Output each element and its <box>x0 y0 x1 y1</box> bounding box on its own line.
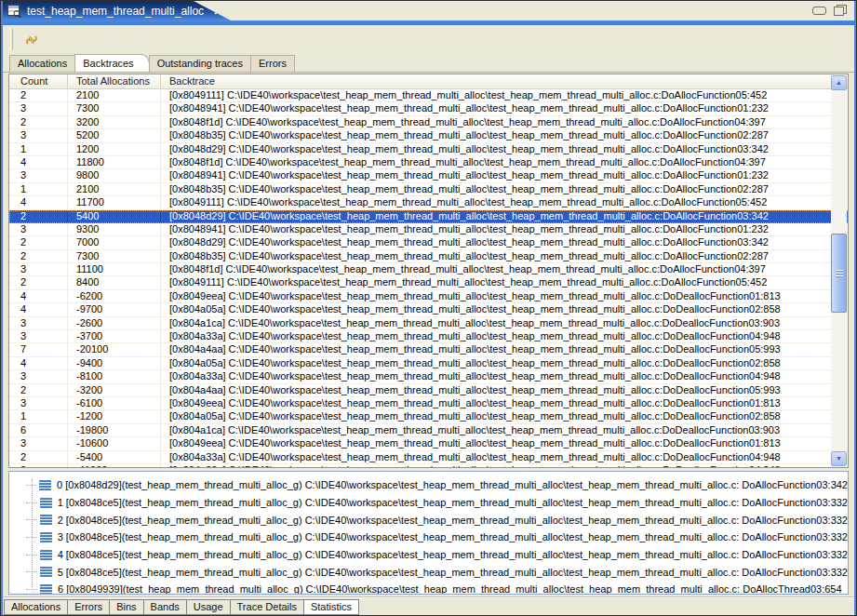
table-row[interactable]: 3 -8100 [0x804a33a] C:\IDE40\workspace\t… <box>9 370 848 383</box>
table-row[interactable]: 3 9300 [0x8048941] C:\IDE40\workspace\te… <box>9 223 848 236</box>
count-cell: 4 <box>9 357 68 370</box>
stack-frame-icon <box>40 532 52 542</box>
table-row[interactable]: 4 11800 [0x8048f1d] C:\IDE40\workspace\t… <box>9 156 848 169</box>
total-allocations-cell: -10600 <box>68 437 161 450</box>
total-allocations-cell: -3700 <box>68 330 161 343</box>
stack-frame-icon <box>40 550 52 560</box>
view-body: test_heap_mem_thread_multi_alloc ✕ <box>3 1 854 613</box>
table-row[interactable]: 3 7300 [0x8048941] C:\IDE40\workspace\te… <box>9 102 848 115</box>
bottom-tab-allocations[interactable]: Allocations <box>4 599 68 615</box>
tab-allocations[interactable]: Allocations <box>9 55 75 72</box>
table-row[interactable]: 3 5200 [0x8048b35] C:\IDE40\workspace\te… <box>9 129 848 142</box>
minimize-button[interactable] <box>812 5 826 16</box>
table-row[interactable]: 4 -6200 [0x8049eea] C:\IDE40\workspace\t… <box>9 290 848 303</box>
bottom-tab-statistics[interactable]: Statistics <box>303 599 359 615</box>
tree-connector <box>26 502 37 503</box>
count-cell: 7 <box>9 343 68 356</box>
table-row[interactable]: 2 5400 [0x8048d29] C:\IDE40\workspace\te… <box>9 210 848 223</box>
table-row[interactable]: 2 3200 [0x8048f1d] C:\IDE40\workspace\te… <box>9 116 848 129</box>
backtrace-cell: [0x8049111] C:\IDE40\workspace\test_heap… <box>161 89 848 102</box>
bottom-tab-bins[interactable]: Bins <box>109 599 143 615</box>
count-cell: 1 <box>9 183 68 196</box>
count-cell: 2 <box>9 451 68 464</box>
stack-frame-row[interactable]: 5 [0x8048ce5](test_heap_mem_thread_multi… <box>26 563 848 581</box>
stack-frame-label: 5 [0x8048ce5](test_heap_mem_thread_multi… <box>58 567 848 578</box>
total-allocations-cell: -19800 <box>68 424 161 437</box>
column-header-backtrace[interactable]: Backtrace <box>161 74 848 88</box>
count-cell: 3 <box>9 102 68 115</box>
refresh-icon <box>23 32 40 48</box>
view-toolbar <box>3 25 854 54</box>
view-title-tab[interactable]: test_heap_mem_thread_multi_alloc ✕ <box>3 1 231 20</box>
table-row[interactable]: 4 -9700 [0x804a05a] C:\IDE40\workspace\t… <box>9 303 848 316</box>
page-title: test_heap_mem_thread_multi_alloc <box>27 5 204 18</box>
table-row[interactable]: 2 7300 [0x8048b35] C:\IDE40\workspace\te… <box>9 250 848 263</box>
total-allocations-cell: -5400 <box>68 451 161 464</box>
count-cell: 4 <box>9 303 68 316</box>
stack-frame-row[interactable]: 3 [0x8048ce5](test_heap_mem_thread_multi… <box>26 529 848 546</box>
table-row[interactable]: 1 2100 [0x8048b35] C:\IDE40\workspace\te… <box>9 183 848 196</box>
table-row[interactable]: 2 7000 [0x8048d29] C:\IDE40\workspace\te… <box>9 236 848 249</box>
scroll-up-button[interactable]: ▲ <box>831 75 847 90</box>
count-cell: 3 <box>9 263 68 276</box>
close-icon[interactable]: ✕ <box>213 5 222 18</box>
table-row[interactable]: 3 -2600 [0x804a1ca] C:\IDE40\workspace\t… <box>9 317 848 330</box>
column-header-count[interactable]: Count <box>9 74 68 88</box>
stack-frame-row[interactable]: 6 [0x8049939](test_heap_mem_thread_multi… <box>26 581 848 595</box>
table-row[interactable]: 3 -6100 [0x8049eea] C:\IDE40\workspace\t… <box>9 397 848 410</box>
table-row[interactable]: 3 9800 [0x8048941] C:\IDE40\workspace\te… <box>9 169 848 182</box>
tab-errors[interactable]: Errors <box>250 55 295 72</box>
bottom-tab-errors[interactable]: Errors <box>67 599 110 615</box>
backtrace-cell: [0x804a05a] C:\IDE40\workspace\test_heap… <box>161 303 848 316</box>
backtrace-cell: [0x8048f1d] C:\IDE40\workspace\test_heap… <box>161 116 848 129</box>
backtrace-cell: [0x8049eea] C:\IDE40\workspace\test_heap… <box>161 397 848 410</box>
table-row[interactable]: 2 8400 [0x8049111] C:\IDE40\workspace\te… <box>9 276 848 289</box>
stack-frame-row[interactable]: 2 [0x8048ce5](test_heap_mem_thread_multi… <box>26 511 848 529</box>
stack-frame-icon <box>40 515 52 525</box>
stack-frame-row[interactable]: 4 [0x8048ce5](test_heap_mem_thread_multi… <box>26 546 848 564</box>
tab-outstanding-traces[interactable]: Outstanding traces <box>149 55 251 72</box>
table-row[interactable]: 4 -9400 [0x804a05a] C:\IDE40\workspace\t… <box>9 357 848 370</box>
table-row[interactable]: 3 11100 [0x8048f1d] C:\IDE40\workspace\t… <box>9 263 848 276</box>
stack-frame-tree: 0 [0x8048d29](test_heap_mem_thread_multi… <box>9 472 848 595</box>
maximize-button[interactable] <box>834 5 847 16</box>
bottom-tab-trace-details[interactable]: Trace Details <box>230 599 304 615</box>
table-row[interactable]: 6 -19800 [0x804a1ca] C:\IDE40\workspace\… <box>9 424 848 437</box>
table-row[interactable]: 7 -20100 [0x804a4aa] C:\IDE40\workspace\… <box>9 343 848 356</box>
stack-frame-row[interactable]: 1 [0x8048ce5](test_heap_mem_thread_multi… <box>26 494 848 512</box>
refresh-traces-button[interactable] <box>21 31 42 49</box>
table-row[interactable]: 2 -5400 [0x804a33a] C:\IDE40\workspace\t… <box>9 451 848 464</box>
bottom-tab-usage[interactable]: Usage <box>186 599 231 615</box>
scroll-down-button[interactable]: ▼ <box>831 451 847 466</box>
total-allocations-cell: 11800 <box>68 156 161 169</box>
column-header-total-allocations[interactable]: Total Allocations <box>68 74 161 88</box>
bottom-tab-bands[interactable]: Bands <box>143 599 187 615</box>
count-cell: 2 <box>9 250 68 263</box>
table-row[interactable]: 4 11700 [0x8049111] C:\IDE40\workspace\t… <box>9 196 848 209</box>
toolbar-handle[interactable] <box>10 29 13 50</box>
backtrace-cell: [0x8048b35] C:\IDE40\workspace\test_heap… <box>161 183 848 196</box>
tree-connector <box>26 555 37 556</box>
table-row[interactable]: 2 2100 [0x8049111] C:\IDE40\workspace\te… <box>9 89 848 102</box>
minimize-icon <box>812 7 826 15</box>
trace-tab-bar: AllocationsBacktracesOutstanding tracesE… <box>3 54 854 73</box>
total-allocations-cell: -1200 <box>68 410 161 423</box>
count-cell: 4 <box>9 290 68 303</box>
backtrace-table: CountTotal AllocationsBacktrace 2 2100 [… <box>8 74 849 468</box>
backtrace-cell: [0x8048b35] C:\IDE40\workspace\test_heap… <box>161 129 848 142</box>
table-row[interactable]: 3 -3700 [0x804a33a] C:\IDE40\workspace\t… <box>9 330 848 343</box>
tab-backtraces[interactable]: Backtraces <box>74 54 149 72</box>
tree-connector <box>26 537 37 538</box>
table-row[interactable]: 3 -10600 [0x8049eea] C:\IDE40\workspace\… <box>9 437 848 450</box>
backtrace-cell: [0x804a33a] C:\IDE40\workspace\test_heap… <box>161 451 848 464</box>
table-row[interactable]: 1 -1200 [0x804a05a] C:\IDE40\workspace\t… <box>9 410 848 423</box>
tree-connector <box>26 589 37 590</box>
vertical-scrollbar[interactable]: ▲ ▼ <box>831 75 847 466</box>
table-row[interactable]: 2 -11000 [0x804a33a] C:\IDE40\workspace\… <box>9 464 848 467</box>
stack-frame-row[interactable]: 0 [0x8048d29](test_heap_mem_thread_multi… <box>26 476 848 494</box>
table-row[interactable]: 2 -3200 [0x804a4aa] C:\IDE40\workspace\t… <box>9 384 848 397</box>
scrollbar-thumb[interactable] <box>831 234 847 313</box>
title-bar: test_heap_mem_thread_multi_alloc ✕ <box>3 1 854 20</box>
table-row[interactable]: 1 1200 [0x8048d29] C:\IDE40\workspace\te… <box>9 143 848 156</box>
total-allocations-cell: -3200 <box>68 384 161 397</box>
